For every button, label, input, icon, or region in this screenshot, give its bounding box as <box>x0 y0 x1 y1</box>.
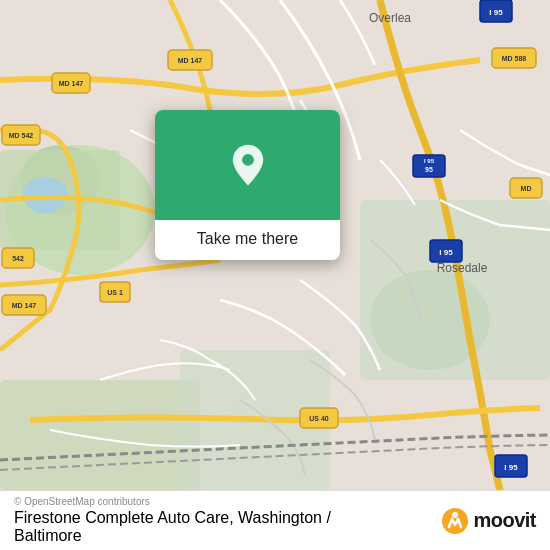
svg-text:95: 95 <box>425 166 433 173</box>
svg-text:MD 542: MD 542 <box>9 132 34 139</box>
take-me-there-button[interactable]: Take me there <box>155 220 340 260</box>
moovit-icon <box>441 507 469 535</box>
svg-text:MD 147: MD 147 <box>12 302 37 309</box>
svg-text:I 95: I 95 <box>424 158 435 164</box>
svg-text:US 1: US 1 <box>107 289 123 296</box>
svg-point-40 <box>452 512 458 518</box>
svg-text:I 95: I 95 <box>439 248 453 257</box>
location-pin-icon <box>226 143 270 187</box>
popup-header <box>155 110 340 220</box>
svg-text:Rosedale: Rosedale <box>437 261 488 275</box>
moovit-logo: moovit <box>441 507 536 535</box>
svg-point-38 <box>242 154 254 166</box>
copyright-text: © OpenStreetMap contributors <box>14 496 331 507</box>
svg-point-4 <box>23 177 67 213</box>
svg-text:I 95: I 95 <box>504 463 518 472</box>
svg-text:US 40: US 40 <box>309 415 329 422</box>
svg-text:MD 588: MD 588 <box>502 55 527 62</box>
bottom-info-bar: © OpenStreetMap contributors Firestone C… <box>0 490 550 550</box>
location-full-name: Firestone Complete Auto Care, Washington… <box>14 509 331 545</box>
svg-text:MD: MD <box>521 185 532 192</box>
svg-point-39 <box>442 508 468 534</box>
map-area: MD 147 MD 542 542 MD 147 US 1 I 95 95 I … <box>0 0 550 490</box>
svg-text:MD 147: MD 147 <box>178 57 203 64</box>
location-name: Firestone Complete Auto Care, Washington… <box>14 509 331 526</box>
svg-text:542: 542 <box>12 255 24 262</box>
location-city: Baltimore <box>14 527 82 544</box>
svg-rect-7 <box>0 380 200 490</box>
moovit-text: moovit <box>473 509 536 532</box>
location-popup: Take me there <box>155 110 340 260</box>
location-info: © OpenStreetMap contributors Firestone C… <box>14 496 331 545</box>
svg-text:I 95: I 95 <box>489 8 503 17</box>
svg-text:MD 147: MD 147 <box>59 80 84 87</box>
svg-text:Overlea: Overlea <box>369 11 411 25</box>
